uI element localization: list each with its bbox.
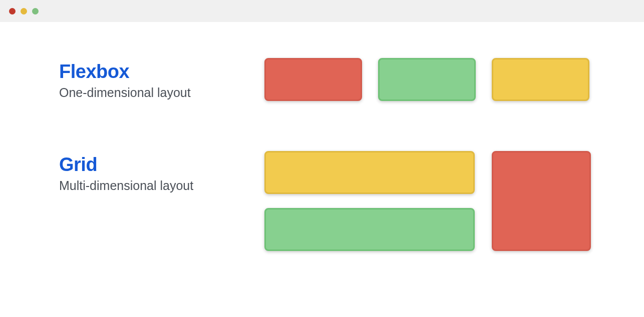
- content-area: Flexbox One-dimensional layout Grid Mult…: [0, 22, 644, 251]
- flexbox-section: Flexbox One-dimensional layout: [59, 58, 589, 101]
- flex-item-green: [378, 58, 476, 101]
- window-close-button[interactable]: [9, 8, 16, 14]
- flexbox-visual: [264, 58, 589, 101]
- flexbox-title: Flexbox: [59, 61, 264, 82]
- grid-title: Grid: [59, 154, 264, 176]
- grid-item-green: [264, 208, 475, 251]
- window-zoom-button[interactable]: [32, 8, 39, 14]
- grid-item-yellow: [264, 151, 475, 194]
- grid-item-red: [492, 151, 591, 251]
- grid-subtitle: Multi-dimensional layout: [59, 178, 264, 193]
- window-titlebar: [0, 0, 644, 22]
- flex-item-yellow: [492, 58, 589, 101]
- grid-labels: Grid Multi-dimensional layout: [59, 151, 264, 193]
- flexbox-labels: Flexbox One-dimensional layout: [59, 58, 264, 100]
- flexbox-subtitle: One-dimensional layout: [59, 86, 264, 100]
- grid-section: Grid Multi-dimensional layout: [59, 151, 589, 251]
- grid-visual: [264, 151, 590, 251]
- window-minimize-button[interactable]: [21, 8, 27, 14]
- flex-item-red: [264, 58, 362, 101]
